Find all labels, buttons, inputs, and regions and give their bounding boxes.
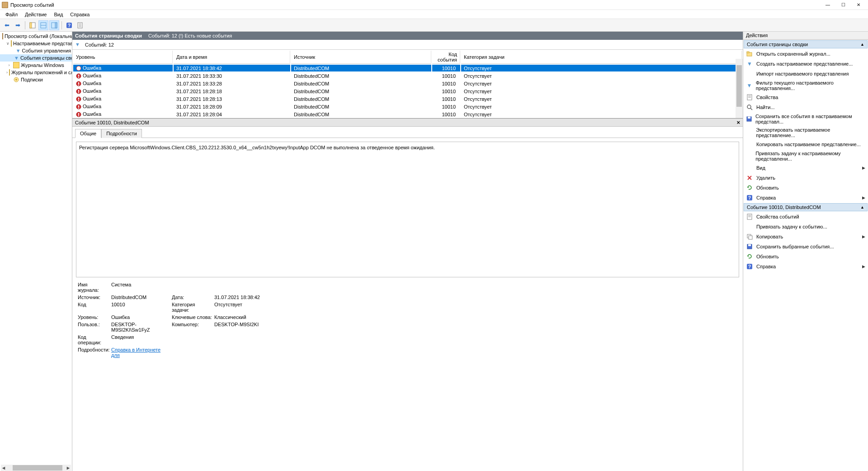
action-refresh[interactable]: Обновить — [743, 183, 868, 193]
event-table[interactable]: Уровень Дата и время Источник Код событи… — [72, 50, 743, 119]
center-header: События страницы сводки Событий: 12 (!) … — [72, 32, 743, 40]
tree-scrollbar-horizontal[interactable]: ◄► — [1, 465, 71, 471]
tree-label: Настраиваемые представления — [13, 41, 72, 46]
props-icon — [746, 94, 753, 101]
open-icon — [746, 50, 753, 57]
action-filter[interactable]: ▼Фильтр текущего настраиваемого представ… — [743, 79, 868, 92]
error-icon — [76, 112, 81, 117]
menu-view[interactable]: Вид — [50, 11, 66, 18]
action-help[interactable]: ?Справка▶ — [743, 262, 868, 271]
table-row[interactable]: Ошибка31.07.2021 18:28:18DistributedCOM1… — [73, 88, 742, 95]
event-scrollbar-vertical[interactable] — [736, 59, 743, 118]
svg-rect-30 — [78, 105, 79, 107]
error-icon — [76, 73, 81, 79]
chevron-right-icon: ▶ — [862, 264, 865, 269]
svg-rect-49 — [748, 117, 750, 119]
attach-icon — [746, 223, 753, 230]
svg-rect-31 — [78, 108, 79, 109]
folder-icon — [9, 69, 10, 76]
error-icon — [76, 66, 81, 71]
more-info-link[interactable]: Справка в Интернете для — [111, 347, 170, 358]
action-label: Привязать задачу к событию... — [756, 224, 827, 229]
table-row[interactable]: Ошибка31.07.2021 18:28:04DistributedCOM1… — [73, 111, 742, 118]
tree-summary-events[interactable]: ▼ События страницы сводки — [0, 54, 72, 62]
action-save[interactable]: Сохранить все события в настраиваемом пр… — [743, 112, 868, 126]
tree-windows-logs[interactable]: › Журналы Windows — [0, 62, 72, 69]
table-row[interactable]: Ошибка31.07.2021 18:28:13DistributedCOM1… — [73, 95, 742, 102]
menu-help[interactable]: Справка — [66, 11, 93, 18]
action-label: Привязать задачу к настраиваемому предст… — [755, 151, 865, 162]
action-filter[interactable]: ▼Создать настраиваемое представление... — [743, 59, 868, 69]
center-panel: События страницы сводки Событий: 12 (!) … — [72, 32, 743, 471]
maximize-button[interactable]: ☐ — [835, 1, 851, 9]
col-datetime[interactable]: Дата и время — [174, 51, 290, 64]
svg-rect-22 — [78, 85, 79, 86]
action-pane-button[interactable] — [49, 20, 59, 30]
minimize-button[interactable]: — — [820, 1, 835, 9]
table-row[interactable]: Ошибка31.07.2021 18:33:28DistributedCOM1… — [73, 80, 742, 87]
filter-icon: ▼ — [746, 60, 753, 67]
titlebar: Просмотр событий — ☐ ✕ — [0, 0, 868, 10]
table-row[interactable]: Ошибка31.07.2021 18:28:09DistributedCOM1… — [73, 103, 742, 110]
action-copy2[interactable]: Копировать▶ — [743, 232, 868, 242]
action-refresh[interactable]: Обновить — [743, 252, 868, 262]
chevron-right-icon: ▶ — [862, 234, 865, 239]
table-row[interactable]: Ошибка31.07.2021 18:33:30DistributedCOM1… — [73, 72, 742, 79]
tree-custom-views[interactable]: ∨ Настраиваемые представления — [0, 40, 72, 47]
action-label: Вид — [756, 165, 765, 171]
back-button[interactable]: ⬅ — [2, 20, 12, 30]
menu-file[interactable]: Файл — [2, 11, 21, 18]
help-icon: ? — [746, 263, 753, 270]
col-source[interactable]: Источник — [291, 51, 431, 64]
detail-close-button[interactable]: × — [736, 119, 740, 126]
svg-rect-60 — [748, 244, 751, 246]
toolbar: ⬅ ➡ ? — [0, 19, 868, 32]
actions-section-2[interactable]: Событие 10010, DistributedCOM ▲ — [744, 203, 868, 211]
col-category[interactable]: Категория задачи — [461, 51, 742, 64]
col-level[interactable]: Уровень — [73, 51, 173, 64]
action-copy[interactable]: Копировать настраиваемое представление..… — [743, 139, 868, 149]
tree-admin-events[interactable]: ▼ События управления — [0, 47, 72, 54]
eventviewer-icon — [2, 33, 3, 39]
tab-general[interactable]: Общие — [75, 129, 101, 138]
close-button[interactable]: ✕ — [851, 1, 866, 9]
chevron-up-icon: ▲ — [860, 42, 864, 47]
show-tree-button[interactable] — [28, 20, 38, 30]
copy2-icon — [746, 233, 753, 240]
action-props[interactable]: Свойства событий — [743, 212, 868, 222]
help-button[interactable]: ? — [64, 20, 74, 30]
action-export[interactable]: Экспортировать настраиваемое представлен… — [743, 126, 868, 139]
action-label: Создать настраиваемое представление... — [756, 61, 853, 67]
action-open[interactable]: Открыть сохраненный журнал... — [743, 49, 868, 59]
detail-pane-button[interactable] — [38, 20, 48, 30]
filter-icon: ▼ — [14, 55, 19, 61]
tree-label: Журналы Windows — [21, 62, 64, 68]
action-find[interactable]: Найти... — [743, 102, 868, 112]
actions-section-1[interactable]: События страницы сводки ▲ — [744, 40, 868, 48]
action-attach[interactable]: Привязать задачу к настраиваемому предст… — [743, 149, 868, 163]
menu-action[interactable]: Действие — [21, 11, 50, 18]
tree-app-logs[interactable]: › Журналы приложений и служб — [0, 69, 72, 76]
tab-details[interactable]: Подробности — [101, 129, 142, 138]
action-attach[interactable]: Привязать задачу к событию... — [743, 222, 868, 232]
table-row[interactable]: Ошибка31.07.2021 18:38:42DistributedCOM1… — [73, 65, 742, 71]
find-icon — [746, 104, 753, 111]
col-event-id[interactable]: Код события — [432, 51, 460, 64]
forward-button[interactable]: ➡ — [13, 20, 23, 30]
refresh-icon — [746, 253, 753, 260]
action-delete[interactable]: Удалить — [743, 173, 868, 183]
action-props[interactable]: Свойства — [743, 92, 868, 102]
action-help[interactable]: ?Справка▶ — [743, 193, 868, 203]
center-header-subtitle: Событий: 12 (!) Есть новые события — [148, 33, 232, 38]
tree-subscriptions[interactable]: Подписки — [0, 76, 72, 83]
action-import[interactable]: Импорт настраиваемого представления — [743, 69, 868, 79]
svg-text:?: ? — [68, 23, 71, 28]
detail-title: Событие 10010, DistributedCOM — [75, 120, 149, 125]
svg-rect-5 — [55, 23, 57, 28]
action-view[interactable]: Вид▶ — [743, 163, 868, 173]
properties-button[interactable] — [75, 20, 85, 30]
action-save[interactable]: Сохранить выбранные события... — [743, 242, 868, 252]
tree-root[interactable]: Просмотр событий (Локальный) — [0, 33, 72, 40]
menubar: Файл Действие Вид Справка — [0, 10, 868, 19]
app-icon — [2, 2, 8, 8]
